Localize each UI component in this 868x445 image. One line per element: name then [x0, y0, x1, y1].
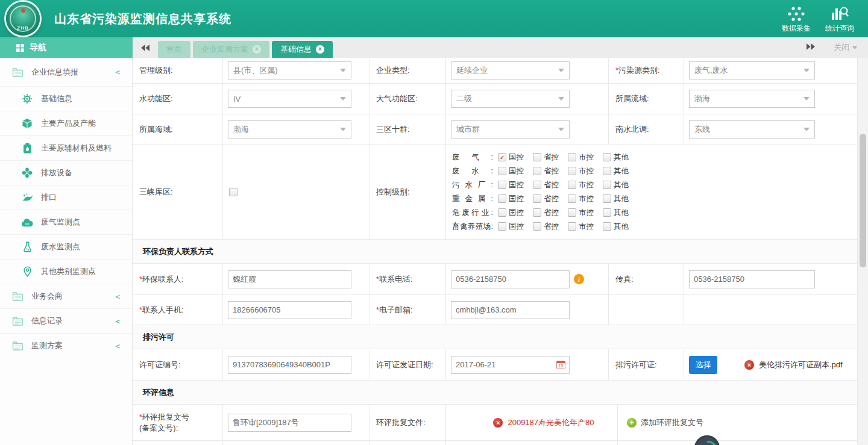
mobile-input[interactable]: [228, 301, 351, 319]
three-gorges-checkbox[interactable]: [229, 188, 237, 196]
info-icon[interactable]: i: [574, 274, 584, 284]
collapse-chevron-icon[interactable]: <: [115, 341, 120, 350]
checkbox-group: ✓国控: [498, 152, 533, 163]
sidebar-item-raw-materials-fuel[interactable]: 主要原辅材料及燃料: [0, 136, 132, 161]
tab-bar-right: 关闭: [805, 37, 857, 58]
remove-file-icon[interactable]: ×: [493, 418, 503, 428]
field-label: 水功能区:: [133, 93, 173, 104]
scroll-tabs-left-icon[interactable]: [140, 43, 151, 54]
checkbox[interactable]: [498, 194, 506, 203]
data-collection-label: 数据采集: [774, 23, 819, 34]
sidebar-item-main-products[interactable]: 主要产品及产能: [0, 111, 132, 136]
checkbox[interactable]: [568, 194, 576, 203]
permit-date-input[interactable]: [451, 356, 570, 374]
basin-select[interactable]: 渤海: [689, 90, 815, 108]
close-icon[interactable]: ×: [253, 45, 261, 54]
checkbox-group: 省控: [533, 180, 568, 190]
fan-icon: [21, 167, 33, 178]
checkbox[interactable]: [533, 194, 541, 203]
sidebar-item-label: 基础信息: [41, 93, 72, 104]
control-row-label: 畜禽养殖场:: [452, 222, 493, 232]
sidebar-item-label: 主要原辅材料及燃料: [41, 143, 112, 154]
sidebar-item-other-points[interactable]: 其他类别监测点: [0, 260, 132, 284]
close-icon[interactable]: ×: [316, 45, 324, 54]
management-level-select[interactable]: 县(市、区属): [228, 61, 351, 79]
control-level-row: 废水:国控省控市控其他: [452, 164, 638, 178]
select-file-button[interactable]: 选择: [689, 356, 717, 374]
clusters-select[interactable]: 城市群: [451, 120, 570, 138]
tab-enterprise-monitor-plan[interactable]: 企业监测方案×: [193, 41, 269, 58]
vertical-scrollbar[interactable]: [857, 58, 868, 445]
checkbox[interactable]: [568, 153, 576, 161]
add-eia-number-button[interactable]: 添加环评批复文号: [641, 417, 703, 428]
collapse-chevron-icon[interactable]: <: [115, 292, 120, 301]
collapse-chevron-icon[interactable]: <: [115, 317, 120, 326]
eia-approval-number-input[interactable]: [228, 414, 351, 432]
scrollbar-thumb[interactable]: [860, 134, 866, 267]
air-zone-select[interactable]: 二级: [451, 90, 570, 108]
eia-no-label-cell: *环评批复文号 (备案文号):: [133, 405, 223, 440]
email-input[interactable]: [451, 301, 570, 319]
data-collection-button[interactable]: 数据采集: [774, 5, 819, 34]
checkbox[interactable]: [568, 181, 576, 189]
checkbox[interactable]: [533, 181, 541, 189]
statistics-query-button[interactable]: 统计查询: [817, 5, 862, 34]
checkbox-label: 其他: [614, 166, 629, 176]
sidebar-item-emission-equipment[interactable]: 排放设备: [0, 161, 132, 185]
source-type-select[interactable]: 废气,废水: [689, 61, 815, 79]
checkbox[interactable]: [533, 153, 541, 161]
sea-select[interactable]: 渤海: [228, 120, 351, 138]
permit-date-label-cell: 许可证发证日期:: [370, 349, 446, 380]
checkbox[interactable]: [498, 167, 506, 175]
checkbox[interactable]: [568, 208, 576, 217]
checkbox[interactable]: [533, 208, 541, 217]
checkbox[interactable]: [498, 181, 506, 189]
form-row: 所属海域: 渤海 三区十群: 城市群 南水北调:: [133, 114, 857, 145]
checkbox[interactable]: [603, 167, 611, 175]
enterprise-type-select[interactable]: 延续企业: [451, 61, 570, 79]
sidebar-item-enterprise-info-fill[interactable]: 企业信息填报<: [0, 58, 132, 87]
checkbox[interactable]: [568, 167, 576, 175]
sidebar-item-waste-gas-points[interactable]: co废气监测点: [0, 210, 132, 235]
contact-name-input[interactable]: [228, 270, 351, 288]
scroll-tabs-right-icon[interactable]: [805, 42, 816, 53]
sidebar-item-waste-water-points[interactable]: 废水监测点: [0, 235, 132, 260]
permit-file-name[interactable]: 美伦排污许可证副本.pdf: [759, 359, 843, 370]
sidebar-item-monitor-plans[interactable]: 监测方案<: [0, 334, 132, 358]
eia-file-name[interactable]: 2009187寿光美伦年产80: [508, 417, 594, 428]
remove-file-icon[interactable]: ×: [744, 360, 754, 370]
sidebar-item-basic-info[interactable]: 基础信息: [0, 87, 132, 111]
checkbox[interactable]: [603, 181, 611, 189]
sidebar-item-info-records[interactable]: 信息记录<: [0, 309, 132, 334]
checkbox[interactable]: [498, 222, 506, 231]
calendar-icon[interactable]: 15: [556, 360, 565, 372]
phone-input[interactable]: [451, 270, 570, 288]
checkbox[interactable]: [533, 222, 541, 231]
tab-basic-info[interactable]: 基础信息×: [272, 41, 333, 58]
clusters-cell: 城市群: [446, 114, 609, 144]
sidebar-item-business-consult[interactable]: 业务会商<: [0, 284, 132, 309]
field-label: *联系人手机:: [133, 305, 184, 316]
permit-number-input[interactable]: [228, 356, 351, 374]
checkbox[interactable]: [533, 167, 541, 175]
tab-home[interactable]: 首页: [158, 41, 190, 58]
close-tabs-menu[interactable]: 关闭: [834, 42, 857, 53]
collapse-chevron-icon[interactable]: <: [115, 67, 120, 76]
control-level-row: 污水厂:国控省控市控其他: [452, 178, 638, 192]
sidebar-item-outlets[interactable]: 排口: [0, 185, 132, 210]
checkbox[interactable]: ✓: [498, 153, 506, 161]
add-icon[interactable]: +: [627, 418, 637, 428]
checkbox[interactable]: [603, 208, 611, 217]
checkbox[interactable]: [568, 222, 576, 231]
fax-input[interactable]: [689, 270, 815, 288]
cloud-icon: co: [21, 218, 33, 227]
checkbox[interactable]: [498, 208, 506, 217]
checkbox[interactable]: [603, 194, 611, 203]
water-zone-select[interactable]: IV: [228, 90, 351, 108]
tab-label: 基础信息: [280, 44, 312, 55]
tab-label: 首页: [166, 44, 182, 55]
snwt-select[interactable]: 东线: [689, 120, 815, 138]
checkbox[interactable]: [603, 153, 611, 161]
selected-value: 城市群: [456, 124, 480, 135]
checkbox[interactable]: [603, 222, 611, 231]
